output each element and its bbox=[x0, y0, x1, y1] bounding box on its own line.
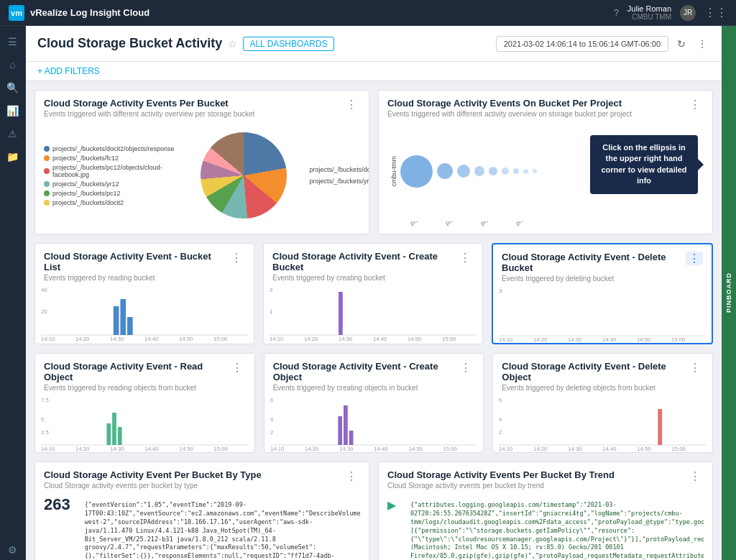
header-right: 2021-03-02 14:06:14 to 15:06:14 GMT-06:0… bbox=[496, 35, 710, 52]
row-4: Cloud Storage Activity Event Per Bucket … bbox=[34, 462, 713, 560]
panel-create-object-menu[interactable]: ⋮ bbox=[457, 361, 474, 375]
vm-logo-icon: vm bbox=[9, 5, 24, 21]
right-sidebar-label: PINBOARD bbox=[725, 272, 732, 313]
line-chart-svg-2: 14:10 14:20 14:30 14:40 14:50 15:00 3 1 bbox=[270, 285, 477, 342]
panel-read-object-header: Cloud Storage Activity Event - Read Obje… bbox=[35, 354, 254, 395]
legend-dot-2 bbox=[44, 168, 50, 174]
svg-text:14:50: 14:50 bbox=[637, 336, 651, 343]
svg-text:14:30: 14:30 bbox=[569, 446, 583, 452]
legend-item-4: projects/_/buckets/pc12 bbox=[44, 190, 175, 197]
panel-delete-object-menu[interactable]: ⋮ bbox=[686, 361, 704, 375]
panel-bucket-list-menu[interactable]: ⋮ bbox=[228, 251, 245, 265]
panel-bucket-list-chart: 14:10 14:20 14:30 14:40 14:50 15:00 40 2… bbox=[35, 285, 254, 342]
panel-delete-object-title: Cloud Storage Activity Event - Delete Ob… bbox=[502, 361, 686, 382]
svg-text:1: 1 bbox=[270, 308, 272, 315]
panel-per-bucket-type: Cloud Storage Activity Event Per Bucket … bbox=[34, 462, 369, 560]
panel-per-bucket-trend-title: Cloud Storage Activity Events Per Bucket… bbox=[387, 469, 615, 480]
svg-rect-55 bbox=[349, 431, 353, 445]
callout-arrow bbox=[698, 159, 704, 170]
svg-text:14:10: 14:10 bbox=[499, 446, 513, 452]
panel-delete-bucket-menu[interactable]: ⋮ bbox=[686, 252, 703, 265]
refresh-button[interactable]: ↻ bbox=[674, 35, 689, 52]
svg-text:5: 5 bbox=[41, 416, 45, 423]
svg-rect-21 bbox=[339, 292, 343, 335]
sidebar-alerts-icon[interactable]: ⚠ bbox=[3, 124, 23, 144]
panel-bucket-list-title: Cloud Storage Activity Event - Bucket Li… bbox=[44, 251, 228, 272]
panel-bucket-list-header: Cloud Storage Activity Event - Bucket Li… bbox=[35, 244, 254, 285]
svg-text:14:30: 14:30 bbox=[110, 446, 124, 452]
svg-text:14:20: 14:20 bbox=[75, 446, 90, 452]
legend-label-1: projects/_/buckets/fc12 bbox=[52, 155, 119, 162]
panel-read-object-menu[interactable]: ⋮ bbox=[229, 361, 246, 375]
panel-per-bucket-menu[interactable]: ⋮ bbox=[343, 98, 360, 111]
add-filter-button[interactable]: + ADD FILTERS bbox=[37, 66, 100, 76]
pie-wrapper bbox=[201, 132, 287, 219]
panel-per-bucket-chart: projects/_/buckets/docit2/objects/respon… bbox=[35, 121, 369, 230]
panel-delete-bucket-chart: 14:10 14:20 14:30 14:40 14:50 15:00 3 bbox=[493, 285, 712, 343]
legend-label-2: projects/_/buckets/pc12/objects/cloud-fa… bbox=[52, 164, 175, 178]
line-chart-svg-4: 14:10 14:20 14:30 14:40 14:50 15:00 7.5 … bbox=[41, 395, 249, 452]
favorite-icon[interactable]: ☆ bbox=[228, 38, 237, 50]
sidebar-settings-icon[interactable]: ⚙ bbox=[3, 540, 23, 560]
panel-per-bucket-trend-menu[interactable]: ⋮ bbox=[686, 469, 704, 483]
panel-delete-bucket-title: Cloud Storage Activity Event - Delete Bu… bbox=[502, 252, 686, 273]
legend-dot-0 bbox=[44, 146, 50, 152]
help-icon[interactable]: ? bbox=[614, 8, 619, 18]
panel-per-bucket-type-menu[interactable]: ⋮ bbox=[343, 469, 360, 483]
x-label-0: projects/... bbox=[409, 221, 439, 226]
panel-per-project-title: Cloud Storage Activity Events On Bucket … bbox=[387, 98, 632, 109]
nav-left: vm vRealize Log Insight Cloud bbox=[9, 5, 150, 21]
panel-delete-object: Cloud Storage Activity Event - Delete Ob… bbox=[492, 353, 713, 453]
date-range-picker[interactable]: 2021-03-02 14:06:14 to 15:06:14 GMT-06:0… bbox=[496, 36, 668, 52]
panel-per-project: Cloud Storage Activity Events On Bucket … bbox=[378, 90, 713, 234]
sidebar-search-icon[interactable]: 🔍 bbox=[3, 78, 23, 98]
svg-text:14:10: 14:10 bbox=[41, 336, 55, 342]
svg-text:4: 4 bbox=[499, 416, 502, 423]
svg-rect-40 bbox=[106, 423, 111, 445]
svg-text:14:40: 14:40 bbox=[374, 446, 388, 452]
legend-item-3: projects/_/buckets/yr12 bbox=[44, 180, 175, 188]
sidebar-home-icon[interactable]: ⌂ bbox=[3, 55, 23, 75]
trend-text-data: {"attributes.logging.googleapis.com/time… bbox=[402, 495, 704, 560]
panel-per-bucket-type-header: Cloud Storage Activity Event Per Bucket … bbox=[35, 462, 369, 492]
bubble-7 bbox=[523, 169, 528, 174]
pie-container: projects/_/buckets/docit2/objects/respon… bbox=[44, 127, 360, 224]
panel-per-bucket-type-subtitle: Cloud Storage activity events per bucket… bbox=[44, 482, 262, 490]
svg-text:15:00: 15:00 bbox=[214, 446, 229, 452]
svg-rect-66 bbox=[658, 409, 663, 445]
pie-right-label-1: projects/_/buckets/yr12 bbox=[310, 178, 369, 185]
svg-rect-10 bbox=[120, 299, 126, 335]
page-title: Cloud Storage Bucket Activity bbox=[37, 36, 222, 51]
panel-delete-bucket: Cloud Storage Activity Event - Delete Bu… bbox=[492, 243, 713, 344]
avatar: JR bbox=[680, 5, 696, 21]
svg-text:14:50: 14:50 bbox=[179, 446, 193, 452]
svg-text:3: 3 bbox=[270, 287, 273, 293]
panel-create-object-chart: 14:10 14:20 14:30 14:40 14:50 15:00 6 4 … bbox=[264, 395, 484, 452]
svg-text:3: 3 bbox=[499, 288, 502, 294]
callout-text: Click on the ellipsis in the upper right… bbox=[601, 143, 686, 185]
x-label-3: projects/... bbox=[515, 221, 545, 226]
svg-text:14:40: 14:40 bbox=[373, 336, 387, 342]
panel-per-project-menu[interactable]: ⋮ bbox=[686, 98, 704, 111]
more-options-button[interactable]: ⋮ bbox=[694, 35, 710, 52]
sidebar-dashboards-icon[interactable]: 📊 bbox=[3, 101, 23, 121]
sidebar-menu-icon[interactable]: ☰ bbox=[3, 32, 23, 52]
panel-create-bucket-menu[interactable]: ⋮ bbox=[456, 251, 474, 265]
all-dashboards-button[interactable]: ALL DASHBOARDS bbox=[243, 37, 334, 51]
svg-text:14:50: 14:50 bbox=[408, 446, 423, 452]
svg-text:14:30: 14:30 bbox=[339, 446, 354, 452]
panel-create-object-header: Cloud Storage Activity Event - Create Ob… bbox=[264, 354, 484, 395]
svg-text:15:00: 15:00 bbox=[443, 446, 457, 452]
legend-item-0: projects/_/buckets/docit2/objects/respon… bbox=[44, 145, 175, 152]
sidebar-content-icon[interactable]: 📁 bbox=[3, 147, 23, 167]
text-data: {"eventVersion":"1.05","eventTime":"2019… bbox=[76, 495, 360, 560]
bubble-3 bbox=[474, 166, 484, 176]
panel-read-object-title: Cloud Storage Activity Event - Read Obje… bbox=[44, 361, 229, 382]
svg-text:14:20: 14:20 bbox=[75, 336, 90, 342]
panel-create-object-title: Cloud Storage Activity Event - Create Ob… bbox=[273, 361, 458, 382]
pie-right-label-0: projects/_/buckets/docit2 bbox=[310, 166, 369, 173]
grid-icon[interactable]: ⋮⋮ bbox=[704, 6, 727, 19]
legend-label-0: projects/_/buckets/docit2/objects/respon… bbox=[52, 145, 175, 152]
panel-bucket-list: Cloud Storage Activity Event - Bucket Li… bbox=[34, 243, 254, 344]
legend-label-5: projects/_/buckets/docit2 bbox=[52, 199, 124, 206]
